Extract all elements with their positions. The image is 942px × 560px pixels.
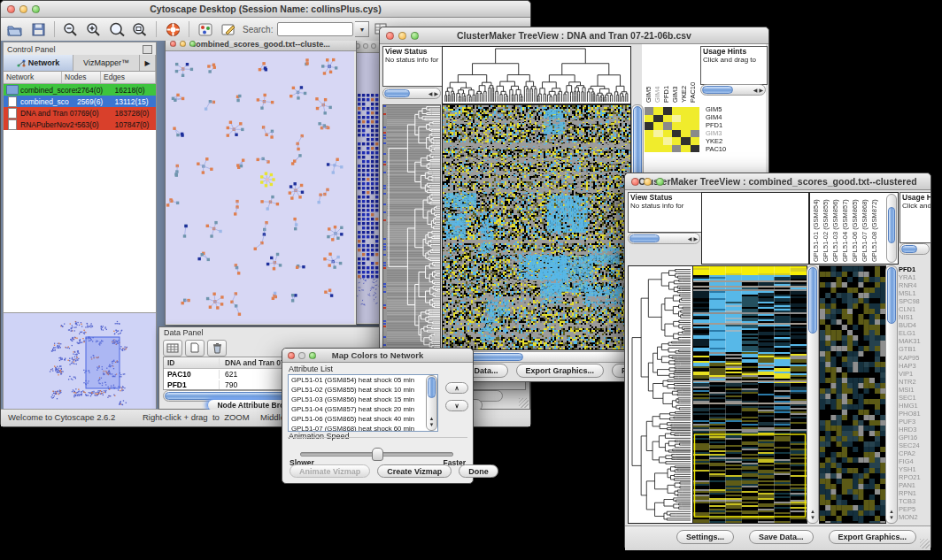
gene-label[interactable]: HAP3 (899, 362, 929, 370)
attribute-list[interactable]: GPL51-01 (GSM854) heat shock 05 minGPL51… (288, 374, 438, 432)
dense-network-canvas[interactable] (352, 53, 382, 323)
scroll-up-arrow[interactable]: ▲ (429, 416, 435, 421)
zoom-view-canvas[interactable] (820, 266, 885, 523)
network-list-row[interactable]: RNAPuberNov2+563(0)107847(0) (4, 119, 156, 130)
scroll-down-arrow[interactable]: ▼ (889, 515, 894, 520)
network-list-row[interactable]: DNA and Tran 07769(0)183728(0) (4, 107, 156, 119)
main-titlebar[interactable]: Cytoscape Desktop (Session Name: collins… (1, 1, 530, 18)
dialog-button[interactable]: Create Vizmap (377, 464, 452, 478)
view-status-scrollbar[interactable]: ◀▶ (628, 233, 700, 244)
gene-label[interactable]: KAP95 (899, 354, 929, 362)
animation-speed-slider[interactable] (300, 452, 453, 456)
minimize-button[interactable] (363, 43, 368, 49)
heatmap-canvas[interactable] (693, 266, 807, 523)
help-lifering-icon[interactable] (162, 20, 183, 39)
minimize-button[interactable] (180, 41, 186, 47)
zoom-button[interactable] (32, 5, 40, 13)
column-header-network[interactable]: Network (4, 72, 62, 83)
scrollbar-thumb[interactable] (887, 267, 896, 324)
scrollbar-thumb[interactable] (808, 267, 817, 334)
treeview-button[interactable]: Export Graphics... (516, 364, 605, 378)
close-button[interactable] (7, 5, 15, 13)
scroll-left-arrow[interactable]: ◀ (429, 90, 433, 96)
scroll-up-arrow[interactable]: ▲ (810, 509, 815, 514)
column-labels-vscrollbar[interactable] (886, 194, 897, 263)
annotation-icon[interactable] (218, 20, 239, 39)
scrollbar-thumb[interactable] (901, 245, 917, 253)
close-button[interactable] (170, 41, 176, 47)
zoom-selected-icon[interactable] (106, 20, 127, 39)
resize-grip[interactable] (519, 398, 529, 408)
scroll-right-arrow[interactable]: ▶ (759, 87, 763, 93)
tab-vizmapper[interactable]: VizMapper™ (73, 55, 140, 71)
search-dropdown-arrow[interactable]: ▼ (355, 21, 369, 37)
treeview-button[interactable]: Settings... (676, 530, 734, 544)
column-dendrogram-canvas[interactable] (443, 47, 630, 104)
usage-hints-scrollbar[interactable]: ◀▶ (700, 84, 766, 96)
zoom-button[interactable] (371, 43, 376, 49)
scroll-right-arrow[interactable]: ▶ (693, 235, 698, 242)
gene-label[interactable]: BUD4 (899, 321, 929, 329)
gene-label[interactable]: MSI1 (899, 386, 929, 394)
vizmapper-icon[interactable] (195, 20, 216, 39)
attribute-list-item[interactable]: GPL51-03 (GSM856) heat shock 15 min (289, 395, 437, 404)
gene-label[interactable]: MAK31 (899, 337, 929, 345)
gene-label[interactable]: CPA2 (899, 449, 929, 457)
tab-overflow-arrow[interactable]: ▶ (140, 55, 156, 71)
gene-label[interactable]: ELG1 (899, 329, 929, 337)
open-file-icon[interactable] (4, 20, 26, 39)
scroll-up-arrow[interactable]: ▲ (889, 509, 894, 514)
gene-label[interactable]: RNR4 (899, 281, 929, 289)
column-dendrogram-panel[interactable] (701, 192, 809, 265)
scroll-down-arrow[interactable]: ▼ (429, 422, 435, 427)
column-header-nodes[interactable]: Nodes (62, 72, 101, 83)
gene-label[interactable]: SEC1 (899, 394, 929, 402)
heatmap-canvas[interactable] (443, 105, 630, 349)
row-dendrogram-canvas[interactable] (383, 105, 440, 349)
gene-label[interactable]: PHO81 (899, 410, 929, 418)
move-down-button[interactable]: ∨ (445, 400, 468, 411)
scroll-down-arrow[interactable]: ▼ (810, 515, 815, 520)
attribute-list-item[interactable]: GPL51-06 (GSM865) heat shock 40 min (289, 414, 437, 424)
gene-label[interactable]: TCB3 (899, 497, 929, 505)
gene-label[interactable]: VIP1 (899, 370, 929, 378)
delete-attribute-icon[interactable] (207, 340, 227, 357)
attribute-list-item[interactable]: GPL51-01 (GSM854) heat shock 05 min (289, 375, 437, 385)
scroll-left-arrow[interactable]: ◀ (753, 87, 758, 93)
gene-label[interactable]: CLN1 (899, 305, 929, 313)
zoom-button[interactable] (309, 352, 316, 359)
gene-label[interactable]: GPI16 (899, 433, 929, 441)
resize-grip[interactable] (920, 539, 930, 548)
gene-label[interactable]: MON2 (899, 513, 929, 521)
select-attributes-icon[interactable] (163, 340, 182, 357)
attribute-list-item[interactable]: GPL51-04 (GSM857) heat shock 20 min (289, 404, 437, 414)
dialog-button[interactable]: Done (459, 464, 498, 478)
scrollbar-thumb[interactable] (702, 86, 733, 94)
treeview-button[interactable]: Save Data... (749, 530, 814, 544)
correlation-matrix[interactable] (645, 107, 699, 152)
zoom-out-icon[interactable] (60, 20, 81, 39)
gene-label[interactable]: RPN1 (899, 489, 929, 497)
network-list-row[interactable]: combined_sco2569(6)13112(15) (4, 96, 156, 107)
gene-label[interactable]: PAN1 (899, 481, 929, 489)
minimize-button[interactable] (398, 32, 406, 40)
gene-label[interactable]: RPO21 (899, 473, 929, 481)
slider-thumb[interactable] (372, 448, 383, 461)
attribute-list-item[interactable]: GPL51-02 (GSM855) heat shock 10 min (289, 385, 437, 395)
scrollbar-thumb[interactable] (629, 234, 660, 242)
network-graph-canvas[interactable] (166, 51, 354, 324)
gene-label[interactable]: YRA1 (899, 273, 929, 281)
gene-label[interactable]: FIG4 (899, 457, 929, 465)
row-dendrogram-canvas[interactable] (629, 266, 692, 523)
scrollbar-thumb[interactable] (428, 377, 436, 398)
gene-label[interactable]: SEC24 (899, 441, 929, 449)
move-up-button[interactable]: ∧ (445, 382, 468, 394)
scroll-left-arrow[interactable]: ◀ (688, 235, 692, 242)
network-list-row[interactable]: combined_scores2764(0)16218(0) (4, 84, 156, 96)
scrollbar-thumb[interactable] (384, 89, 410, 97)
zoom-button[interactable] (656, 178, 664, 186)
gene-label[interactable]: SPC98 (899, 297, 929, 305)
gene-label[interactable]: NIS1 (899, 313, 929, 321)
attribute-list-vscrollbar[interactable]: ▲▼ (426, 375, 437, 431)
heatmap-vscrollbar[interactable]: ▲▼ (807, 265, 819, 524)
